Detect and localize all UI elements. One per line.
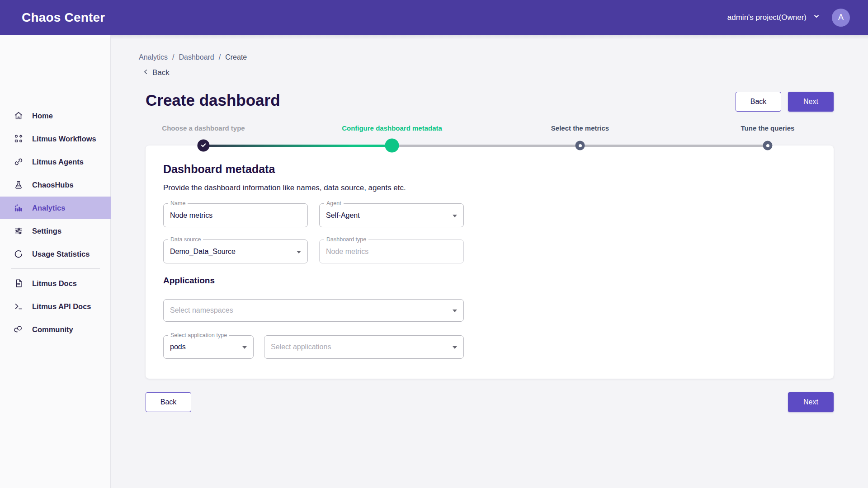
sidebar-divider	[11, 268, 100, 268]
app-title: Chaos Center	[22, 10, 105, 25]
sidebar-item-community[interactable]: Community	[0, 318, 111, 341]
breadcrumb-analytics[interactable]: Analytics	[139, 53, 168, 61]
stepper-connector-pending	[580, 145, 768, 147]
terminal-icon	[14, 301, 24, 311]
name-input[interactable]	[170, 204, 301, 227]
sidebar-item-analytics[interactable]: Analytics	[0, 197, 111, 219]
breadcrumb-dashboard[interactable]: Dashboard	[179, 53, 214, 61]
breadcrumb-create: Create	[225, 53, 247, 61]
name-field: Name	[163, 203, 308, 227]
application-type-selected-value: pods	[170, 343, 186, 351]
sidebar-item-litmus-agents[interactable]: Litmus Agents	[0, 150, 111, 173]
breadcrumb: Analytics / Dashboard / Create	[139, 53, 247, 61]
sidebar-item-litmus-workflows[interactable]: Litmus Workflows	[0, 127, 111, 150]
section-description: Provide the dashboard information like n…	[163, 183, 406, 192]
check-icon	[201, 141, 207, 150]
usage-statistics-icon	[14, 249, 24, 259]
avatar[interactable]: A	[832, 9, 850, 27]
stepper-connector-pending	[392, 145, 580, 147]
agent-select[interactable]: Agent Self-Agent	[319, 203, 464, 227]
sidebar-item-litmus-api-docs[interactable]: Litmus API Docs	[0, 295, 111, 318]
sidebar-item-usage-statistics[interactable]: Usage Statistics	[0, 243, 111, 265]
step-dot-pending	[576, 141, 585, 150]
back-button-top[interactable]: Back	[736, 92, 781, 112]
step-label-select-metrics: Select the metrics	[503, 124, 657, 132]
data-source-selected-value: Demo_Data_Source	[170, 248, 236, 256]
application-type-select[interactable]: Select application type pods	[163, 335, 254, 359]
step-dot-completed	[198, 140, 210, 152]
dropdown-caret-icon	[453, 310, 457, 312]
applications-placeholder: Select applications	[271, 343, 331, 351]
project-selector-dropdown[interactable]: admin's project(Owner)	[727, 13, 820, 22]
dashboard-metadata-card: Dashboard metadata Provide the dashboard…	[146, 145, 834, 379]
step-dot-active	[385, 139, 399, 153]
applications-select[interactable]: Select applications	[264, 335, 464, 359]
stepper-connector-completed	[203, 145, 392, 147]
next-button-top[interactable]: Next	[788, 92, 834, 112]
breadcrumb-separator: /	[172, 53, 174, 61]
page-title: Create dashboard	[146, 91, 280, 109]
sidebar-item-chaoshubs[interactable]: ChaosHubs	[0, 174, 111, 196]
dropdown-caret-icon	[297, 251, 301, 253]
chevron-down-icon	[813, 13, 820, 22]
dropdown-caret-icon	[242, 346, 247, 349]
chevron-left-icon	[143, 68, 149, 77]
dropdown-caret-icon	[453, 215, 457, 217]
next-button-bottom[interactable]: Next	[788, 392, 834, 412]
chaos-center-app: Chaos Center admin's project(Owner) A Ho…	[0, 0, 868, 488]
step-label-tune-queries: Tune the queries	[691, 124, 844, 132]
step-dot-pending	[763, 141, 773, 150]
header-shadow	[111, 35, 868, 39]
step-label-configure-metadata: Configure dashboard metadata	[315, 124, 469, 132]
analytics-bar-chart-icon	[14, 203, 24, 213]
applications-section-title: Applications	[163, 276, 215, 286]
agent-field-label: Agent	[324, 200, 344, 206]
section-title: Dashboard metadata	[163, 163, 275, 176]
project-selector-label: admin's project(Owner)	[727, 13, 807, 22]
document-icon	[14, 278, 24, 288]
dashboard-type-field: Dashboard type	[319, 239, 464, 263]
sidebar: Home Litmus Workflows Litmus Agents Chao…	[0, 35, 111, 488]
sidebar-item-litmus-docs[interactable]: Litmus Docs	[0, 272, 111, 295]
data-source-field-label: Data source	[168, 236, 203, 243]
agent-selected-value: Self-Agent	[326, 211, 360, 220]
breadcrumb-separator: /	[219, 53, 221, 61]
sidebar-item-home[interactable]: Home	[0, 104, 111, 127]
namespaces-select[interactable]: Select namespaces	[163, 299, 464, 322]
sidebar-item-settings[interactable]: Settings	[0, 220, 111, 242]
step-label-choose-type: Choose a dashboard type	[127, 124, 280, 132]
namespaces-placeholder: Select namespaces	[170, 306, 233, 314]
back-link[interactable]: Back	[143, 68, 170, 77]
home-icon	[14, 111, 24, 121]
dashboard-type-input[interactable]	[326, 240, 457, 263]
back-button-bottom[interactable]: Back	[146, 392, 191, 412]
community-chat-icon	[14, 324, 24, 334]
data-source-select[interactable]: Data source Demo_Data_Source	[163, 239, 308, 263]
agents-link-icon	[14, 157, 24, 167]
top-header: Chaos Center admin's project(Owner) A	[0, 0, 868, 35]
flask-icon	[14, 180, 24, 190]
workflows-icon	[14, 134, 24, 144]
application-type-label: Select application type	[168, 332, 229, 338]
dropdown-caret-icon	[453, 346, 457, 349]
settings-sliders-icon	[14, 226, 24, 236]
